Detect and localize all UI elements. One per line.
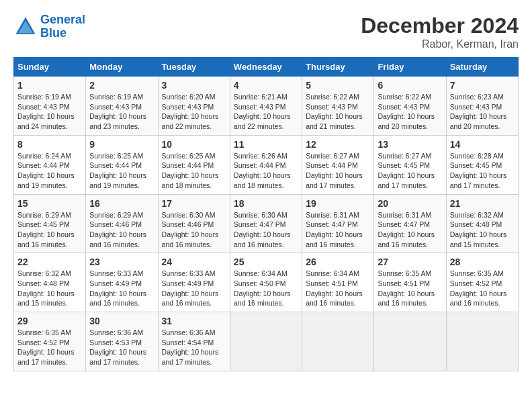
calendar-cell: 15Sunrise: 6:29 AM Sunset: 4:45 PM Dayli…	[14, 194, 86, 253]
day-number: 23	[89, 257, 154, 267]
day-info: Sunrise: 6:35 AM Sunset: 4:51 PM Dayligh…	[378, 269, 442, 308]
day-info: Sunrise: 6:19 AM Sunset: 4:43 PM Dayligh…	[17, 92, 82, 132]
calendar-cell: 18Sunrise: 6:30 AM Sunset: 4:47 PM Dayli…	[230, 194, 302, 253]
calendar-title: December 2024	[361, 13, 519, 38]
calendar-cell: 7Sunrise: 6:23 AM Sunset: 4:43 PM Daylig…	[446, 77, 518, 136]
day-header-wednesday: Wednesday	[230, 58, 302, 77]
day-info: Sunrise: 6:22 AM Sunset: 4:43 PM Dayligh…	[306, 92, 370, 132]
calendar-week-4: 22Sunrise: 6:32 AM Sunset: 4:48 PM Dayli…	[14, 253, 519, 312]
calendar-table: SundayMondayTuesdayWednesdayThursdayFrid…	[13, 57, 519, 371]
day-info: Sunrise: 6:25 AM Sunset: 4:44 PM Dayligh…	[89, 151, 154, 191]
day-number: 15	[17, 198, 82, 209]
calendar-cell: 3Sunrise: 6:20 AM Sunset: 4:43 PM Daylig…	[158, 77, 230, 136]
day-info: Sunrise: 6:31 AM Sunset: 4:47 PM Dayligh…	[306, 210, 370, 250]
day-number: 6	[378, 80, 442, 91]
calendar-cell	[230, 312, 302, 371]
calendar-cell: 13Sunrise: 6:27 AM Sunset: 4:45 PM Dayli…	[374, 135, 446, 194]
day-number: 3	[162, 80, 226, 91]
logo: General Blue	[13, 13, 85, 40]
day-info: Sunrise: 6:24 AM Sunset: 4:44 PM Dayligh…	[17, 151, 82, 191]
day-header-friday: Friday	[374, 58, 446, 77]
day-number: 2	[89, 80, 154, 91]
logo-line1: General	[40, 13, 85, 26]
day-info: Sunrise: 6:33 AM Sunset: 4:49 PM Dayligh…	[162, 269, 226, 308]
day-number: 25	[234, 257, 298, 267]
day-info: Sunrise: 6:25 AM Sunset: 4:44 PM Dayligh…	[162, 151, 226, 191]
day-info: Sunrise: 6:19 AM Sunset: 4:43 PM Dayligh…	[89, 92, 154, 132]
page-header: General Blue December 2024 Rabor, Kerman…	[13, 13, 519, 50]
day-number: 17	[162, 198, 226, 209]
logo-icon	[13, 15, 38, 39]
calendar-week-2: 8Sunrise: 6:24 AM Sunset: 4:44 PM Daylig…	[14, 135, 519, 194]
day-number: 4	[234, 80, 298, 91]
calendar-cell: 8Sunrise: 6:24 AM Sunset: 4:44 PM Daylig…	[14, 135, 86, 194]
day-number: 7	[450, 80, 515, 91]
day-info: Sunrise: 6:34 AM Sunset: 4:50 PM Dayligh…	[234, 269, 298, 308]
day-number: 22	[17, 257, 82, 267]
calendar-week-3: 15Sunrise: 6:29 AM Sunset: 4:45 PM Dayli…	[14, 194, 519, 253]
day-info: Sunrise: 6:33 AM Sunset: 4:49 PM Dayligh…	[89, 269, 154, 308]
calendar-cell: 9Sunrise: 6:25 AM Sunset: 4:44 PM Daylig…	[86, 135, 158, 194]
day-info: Sunrise: 6:23 AM Sunset: 4:43 PM Dayligh…	[450, 92, 515, 132]
day-number: 30	[89, 316, 154, 326]
day-header-saturday: Saturday	[446, 58, 518, 77]
calendar-cell: 24Sunrise: 6:33 AM Sunset: 4:49 PM Dayli…	[158, 253, 230, 312]
calendar-cell: 10Sunrise: 6:25 AM Sunset: 4:44 PM Dayli…	[158, 135, 230, 194]
calendar-cell: 31Sunrise: 6:36 AM Sunset: 4:54 PM Dayli…	[158, 312, 230, 371]
calendar-cell: 11Sunrise: 6:26 AM Sunset: 4:44 PM Dayli…	[230, 135, 302, 194]
calendar-cell: 14Sunrise: 6:28 AM Sunset: 4:45 PM Dayli…	[446, 135, 518, 194]
calendar-cell: 28Sunrise: 6:35 AM Sunset: 4:52 PM Dayli…	[446, 253, 518, 312]
day-info: Sunrise: 6:32 AM Sunset: 4:48 PM Dayligh…	[17, 269, 82, 308]
calendar-cell: 5Sunrise: 6:22 AM Sunset: 4:43 PM Daylig…	[302, 77, 374, 136]
calendar-cell: 12Sunrise: 6:27 AM Sunset: 4:44 PM Dayli…	[302, 135, 374, 194]
day-info: Sunrise: 6:36 AM Sunset: 4:53 PM Dayligh…	[89, 328, 154, 367]
title-block: December 2024 Rabor, Kerman, Iran	[361, 13, 519, 50]
day-info: Sunrise: 6:20 AM Sunset: 4:43 PM Dayligh…	[162, 92, 226, 132]
calendar-cell: 19Sunrise: 6:31 AM Sunset: 4:47 PM Dayli…	[302, 194, 374, 253]
day-info: Sunrise: 6:26 AM Sunset: 4:44 PM Dayligh…	[234, 151, 298, 191]
day-header-monday: Monday	[86, 58, 158, 77]
logo-text: General Blue	[40, 13, 85, 40]
day-number: 11	[234, 139, 298, 150]
day-info: Sunrise: 6:34 AM Sunset: 4:51 PM Dayligh…	[306, 269, 370, 308]
day-number: 13	[378, 139, 442, 150]
day-info: Sunrise: 6:35 AM Sunset: 4:52 PM Dayligh…	[17, 328, 82, 367]
calendar-week-5: 29Sunrise: 6:35 AM Sunset: 4:52 PM Dayli…	[14, 312, 519, 371]
day-number: 26	[306, 257, 370, 267]
calendar-cell: 1Sunrise: 6:19 AM Sunset: 4:43 PM Daylig…	[14, 77, 86, 136]
calendar-cell: 4Sunrise: 6:21 AM Sunset: 4:43 PM Daylig…	[230, 77, 302, 136]
day-number: 12	[306, 139, 370, 150]
day-number: 20	[378, 198, 442, 209]
day-info: Sunrise: 6:36 AM Sunset: 4:54 PM Dayligh…	[162, 328, 226, 367]
day-number: 18	[234, 198, 298, 209]
calendar-cell	[446, 312, 518, 371]
day-number: 8	[17, 139, 82, 150]
day-number: 24	[162, 257, 226, 267]
calendar-cell: 25Sunrise: 6:34 AM Sunset: 4:50 PM Dayli…	[230, 253, 302, 312]
calendar-cell: 2Sunrise: 6:19 AM Sunset: 4:43 PM Daylig…	[86, 77, 158, 136]
day-info: Sunrise: 6:30 AM Sunset: 4:47 PM Dayligh…	[234, 210, 298, 250]
day-number: 14	[450, 139, 515, 150]
day-number: 28	[450, 257, 515, 267]
calendar-week-1: 1Sunrise: 6:19 AM Sunset: 4:43 PM Daylig…	[14, 77, 519, 136]
day-info: Sunrise: 6:30 AM Sunset: 4:46 PM Dayligh…	[162, 210, 226, 250]
calendar-cell: 20Sunrise: 6:31 AM Sunset: 4:47 PM Dayli…	[374, 194, 446, 253]
day-info: Sunrise: 6:28 AM Sunset: 4:45 PM Dayligh…	[450, 151, 515, 191]
day-number: 29	[17, 316, 82, 326]
day-number: 31	[162, 316, 226, 326]
calendar-cell: 30Sunrise: 6:36 AM Sunset: 4:53 PM Dayli…	[86, 312, 158, 371]
logo-line2: Blue	[40, 26, 66, 40]
day-number: 5	[306, 80, 370, 91]
day-number: 9	[89, 139, 154, 150]
calendar-cell	[302, 312, 374, 371]
calendar-cell: 26Sunrise: 6:34 AM Sunset: 4:51 PM Dayli…	[302, 253, 374, 312]
day-info: Sunrise: 6:31 AM Sunset: 4:47 PM Dayligh…	[378, 210, 442, 250]
calendar-cell: 6Sunrise: 6:22 AM Sunset: 4:43 PM Daylig…	[374, 77, 446, 136]
day-number: 10	[162, 139, 226, 150]
day-info: Sunrise: 6:22 AM Sunset: 4:43 PM Dayligh…	[378, 92, 442, 132]
day-number: 27	[378, 257, 442, 267]
calendar-cell: 21Sunrise: 6:32 AM Sunset: 4:48 PM Dayli…	[446, 194, 518, 253]
day-number: 21	[450, 198, 515, 209]
calendar-cell: 27Sunrise: 6:35 AM Sunset: 4:51 PM Dayli…	[374, 253, 446, 312]
day-info: Sunrise: 6:29 AM Sunset: 4:46 PM Dayligh…	[89, 210, 154, 250]
